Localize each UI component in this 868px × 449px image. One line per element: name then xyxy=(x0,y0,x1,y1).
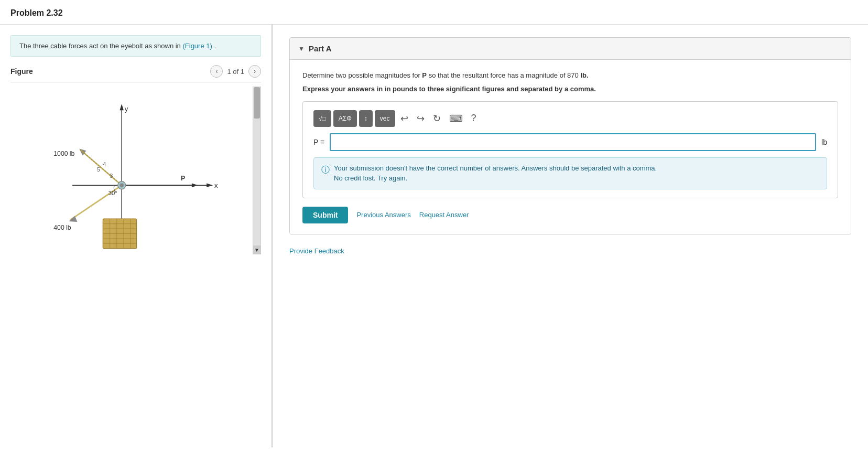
problem-text: Determine two possible magnitudes for P … xyxy=(302,70,838,81)
reset-icon: ↻ xyxy=(433,113,441,124)
figure-header: Figure ‹ 1 of 1 › xyxy=(10,65,261,82)
svg-marker-1 xyxy=(120,104,124,110)
figure-page-label: 1 of 1 xyxy=(227,68,244,76)
input-label: P = xyxy=(313,138,324,146)
svg-line-8 xyxy=(80,149,122,185)
svg-text:4: 4 xyxy=(103,162,106,167)
sigma-icon: AΣΦ xyxy=(339,115,352,122)
figure-link[interactable]: (Figure 1) xyxy=(182,42,212,50)
undo-button[interactable]: ↩ xyxy=(397,110,411,127)
vec-button[interactable]: vec xyxy=(375,110,395,127)
figure-scrollbar[interactable]: ▼ xyxy=(253,87,261,254)
svg-text:5: 5 xyxy=(97,167,100,173)
arrows-button[interactable]: ↕ xyxy=(359,110,373,127)
redo-icon: ↪ xyxy=(417,113,425,124)
unit-label: lb xyxy=(821,138,827,146)
figure-svg: y x P xyxy=(10,87,253,254)
part-a-body: Determine two possible magnitudes for P … xyxy=(290,60,851,234)
instructions-text: Express your answers in in pounds to thr… xyxy=(302,85,838,93)
error-icon: ⓘ xyxy=(321,164,330,176)
sqrt-icon: √□ xyxy=(319,115,326,122)
figure-prev-button[interactable]: ‹ xyxy=(210,65,223,78)
main-layout: The three cable forces act on the eyebol… xyxy=(0,25,868,447)
svg-marker-3 xyxy=(207,183,213,187)
help-icon: ? xyxy=(471,113,476,124)
undo-icon: ↩ xyxy=(400,113,408,124)
reset-button[interactable]: ↻ xyxy=(430,110,444,127)
answer-box: √□ AΣΦ ↕ vec ↩ xyxy=(302,101,838,198)
sqrt-button[interactable]: √□ xyxy=(313,110,331,127)
part-a-header[interactable]: ▼ Part A xyxy=(290,38,851,60)
error-message: ⓘ Your submission doesn't have the corre… xyxy=(313,157,827,189)
part-a-label: Part A xyxy=(309,44,332,53)
vec-label: vec xyxy=(380,115,390,122)
left-panel: The three cable forces act on the eyebol… xyxy=(0,25,273,447)
figure-next-button[interactable]: › xyxy=(248,65,261,78)
toolbar: √□ AΣΦ ↕ vec ↩ xyxy=(313,110,827,127)
sigma-button[interactable]: AΣΦ xyxy=(333,110,357,127)
scroll-down-arrow[interactable]: ▼ xyxy=(253,245,261,254)
page-title: Problem 2.32 xyxy=(10,8,63,17)
help-button[interactable]: ? xyxy=(468,110,480,127)
figure-canvas: y x P xyxy=(10,87,253,254)
svg-text:3: 3 xyxy=(110,173,113,179)
figure-title: Figure xyxy=(10,67,33,76)
right-panel: ▼ Part A Determine two possible magnitud… xyxy=(273,25,868,447)
svg-point-25 xyxy=(120,183,124,187)
scrollbar-thumb xyxy=(254,87,260,119)
arrows-icon: ↕ xyxy=(364,115,367,122)
error-text: Your submission doesn't have the correct… xyxy=(334,163,657,184)
p-variable: P xyxy=(422,71,427,79)
figure-section: Figure ‹ 1 of 1 › xyxy=(10,65,261,437)
angle-label: 30° xyxy=(108,190,117,196)
action-row: Submit Previous Answers Request Answer xyxy=(302,207,838,223)
unit-lb: lb. xyxy=(580,71,588,79)
submit-button[interactable]: Submit xyxy=(302,207,348,223)
input-row: P = lb xyxy=(313,133,827,151)
x-axis-label: x xyxy=(214,181,218,189)
keyboard-icon: ⌨ xyxy=(449,113,463,124)
provide-feedback-link[interactable]: Provide Feedback xyxy=(289,247,851,255)
description-end: . xyxy=(214,42,216,50)
previous-answers-link[interactable]: Previous Answers xyxy=(356,211,410,219)
force-400-label: 400 lb xyxy=(53,224,71,231)
problem-description: The three cable forces act on the eyebol… xyxy=(10,35,261,57)
figure-scroll-area: y x P xyxy=(10,87,261,254)
keyboard-button[interactable]: ⌨ xyxy=(446,110,466,127)
part-a-chevron-icon: ▼ xyxy=(298,45,305,52)
part-a-section: ▼ Part A Determine two possible magnitud… xyxy=(289,37,851,234)
svg-marker-5 xyxy=(192,183,198,187)
description-text: The three cable forces act on the eyebol… xyxy=(19,42,181,50)
page-header: Problem 2.32 xyxy=(0,0,868,25)
figure-nav: ‹ 1 of 1 › xyxy=(210,65,261,78)
request-answer-link[interactable]: Request Answer xyxy=(419,211,469,219)
redo-button[interactable]: ↪ xyxy=(414,110,428,127)
force-1000-label: 1000 lb xyxy=(53,150,74,157)
y-axis-label: y xyxy=(125,105,128,113)
answer-input[interactable] xyxy=(330,133,816,151)
p-label: P xyxy=(181,175,185,182)
